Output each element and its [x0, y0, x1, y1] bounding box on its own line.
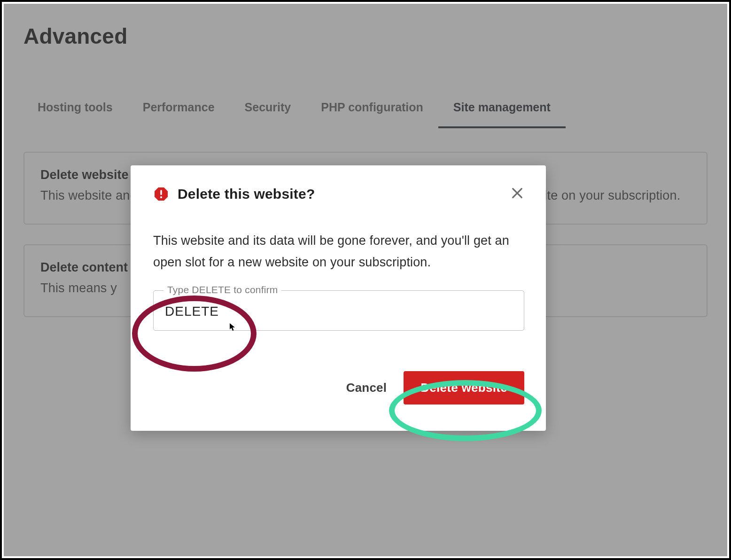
- close-icon: [511, 187, 524, 200]
- modal-actions: Cancel Delete website: [153, 371, 524, 404]
- modal-header: Delete this website?: [153, 186, 524, 202]
- cancel-button[interactable]: Cancel: [344, 376, 389, 400]
- modal-body: This website and its data will be gone f…: [153, 230, 524, 273]
- confirm-input[interactable]: [153, 290, 524, 331]
- modal-title: Delete this website?: [178, 186, 315, 202]
- svg-point-2: [160, 196, 162, 198]
- close-button[interactable]: [509, 185, 525, 201]
- alert-icon: [153, 186, 169, 202]
- delete-website-button[interactable]: Delete website: [404, 371, 524, 404]
- delete-website-modal: Delete this website? This website and it…: [131, 165, 546, 431]
- svg-rect-1: [160, 190, 162, 195]
- confirm-field-label: Type DELETE to confirm: [163, 284, 281, 296]
- confirm-field: Type DELETE to confirm: [153, 290, 524, 331]
